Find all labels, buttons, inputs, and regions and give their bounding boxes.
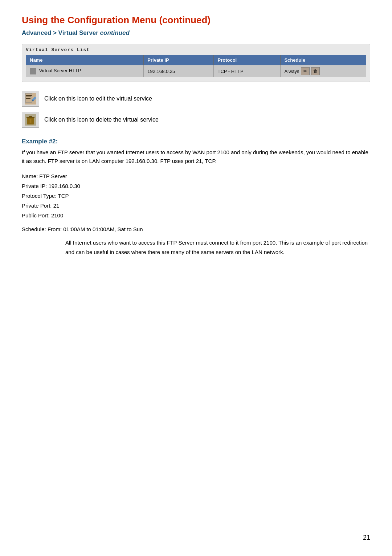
delete-legend-text: Click on this icon to delete the virtual… <box>44 116 159 123</box>
svg-rect-11 <box>29 119 29 123</box>
edit-row-button[interactable]: ✏ <box>301 67 310 75</box>
example2-body: If you have an FTP server that you wante… <box>22 148 370 165</box>
config-private-ip: Private IP: 192.168.0.30 <box>22 181 370 191</box>
col-private-ip: Private IP <box>144 55 214 65</box>
table-row: Virtual Server HTTP 192.168.0.25 TCP - H… <box>26 65 366 77</box>
delete-icon-box <box>22 112 39 128</box>
row-protocol: TCP - HTTP <box>214 65 281 77</box>
virtual-servers-table: Name Private IP Protocol Schedule Virtua… <box>26 55 366 77</box>
subtitle: Advanced > Virtual Server continued <box>22 29 370 37</box>
note-block: All Internet users who want to access th… <box>65 238 370 257</box>
svg-rect-10 <box>29 116 32 117</box>
page-title: Using the Configuration Menu (continued) <box>22 15 370 26</box>
row-name: Virtual Server HTTP <box>26 65 144 77</box>
icon-legend: Click on this icon to edit the virtual s… <box>22 91 370 128</box>
row-private-ip: 192.168.0.25 <box>144 65 214 77</box>
svg-rect-2 <box>26 97 31 97</box>
page-number: 21 <box>363 534 370 541</box>
col-protocol: Protocol <box>214 55 281 65</box>
svg-rect-1 <box>26 95 32 96</box>
config-name: Name: FTP Server <box>22 171 370 181</box>
col-name: Name <box>26 55 144 65</box>
row-checkbox-icon <box>30 68 36 74</box>
edit-legend-row: Click on this icon to edit the virtual s… <box>22 91 370 107</box>
config-list: Name: FTP Server Private IP: 192.168.0.3… <box>22 171 370 220</box>
virtual-servers-title: Virtual Servers List <box>26 47 366 53</box>
edit-legend-text: Click on this icon to edit the virtual s… <box>44 95 152 102</box>
delete-icon <box>24 113 37 126</box>
svg-rect-12 <box>30 119 31 123</box>
table-header-row: Name Private IP Protocol Schedule <box>26 55 366 65</box>
schedule-line: Schedule: From: 01:00AM to 01:00AM, Sat … <box>22 226 370 232</box>
delete-row-button[interactable]: 🗑 <box>311 67 320 75</box>
svg-rect-3 <box>26 98 30 99</box>
example2-section: Example #2: If you have an FTP server th… <box>22 138 370 257</box>
svg-rect-13 <box>32 119 32 123</box>
config-public-port: Public Port: 2100 <box>22 210 370 220</box>
config-protocol: Protocol Type: TCP <box>22 191 370 201</box>
edit-icon <box>24 92 37 105</box>
example2-title: Example #2: <box>22 138 370 145</box>
delete-legend-row: Click on this icon to delete the virtual… <box>22 112 370 128</box>
edit-icon-box <box>22 91 39 107</box>
subtitle-italic: continued <box>100 29 130 36</box>
virtual-servers-section: Virtual Servers List Name Private IP Pro… <box>22 44 370 82</box>
row-schedule: Always ✏ 🗑 <box>281 65 366 77</box>
subtitle-prefix: Advanced > Virtual Server <box>22 29 100 36</box>
config-private-port: Private Port: 21 <box>22 201 370 210</box>
col-schedule: Schedule <box>281 55 366 65</box>
